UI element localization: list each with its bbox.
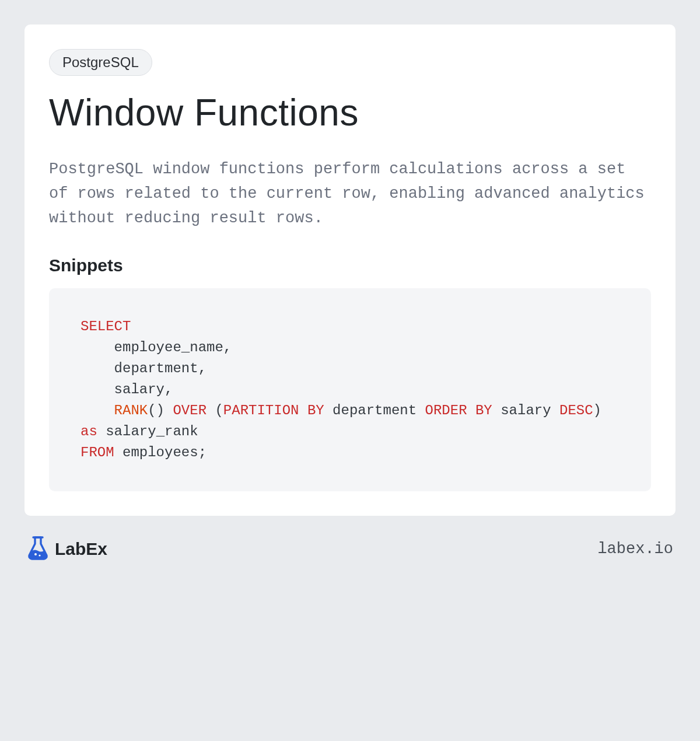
section-heading: Snippets xyxy=(49,256,651,275)
svg-point-1 xyxy=(38,554,40,556)
code-snippet: SELECT employee_name, department, salary… xyxy=(49,288,651,491)
description-text: PostgreSQL window functions perform calc… xyxy=(49,158,651,231)
svg-point-0 xyxy=(34,553,37,555)
page-title: Window Functions xyxy=(49,92,651,133)
flask-icon xyxy=(27,536,49,562)
footer: LabEx labex.io xyxy=(24,516,676,562)
brand-name: LabEx xyxy=(55,539,107,559)
category-tag: PostgreSQL xyxy=(49,49,152,76)
brand: LabEx xyxy=(27,536,107,562)
content-card: PostgreSQL Window Functions PostgreSQL w… xyxy=(24,25,676,516)
domain-text: labex.io xyxy=(597,540,673,558)
